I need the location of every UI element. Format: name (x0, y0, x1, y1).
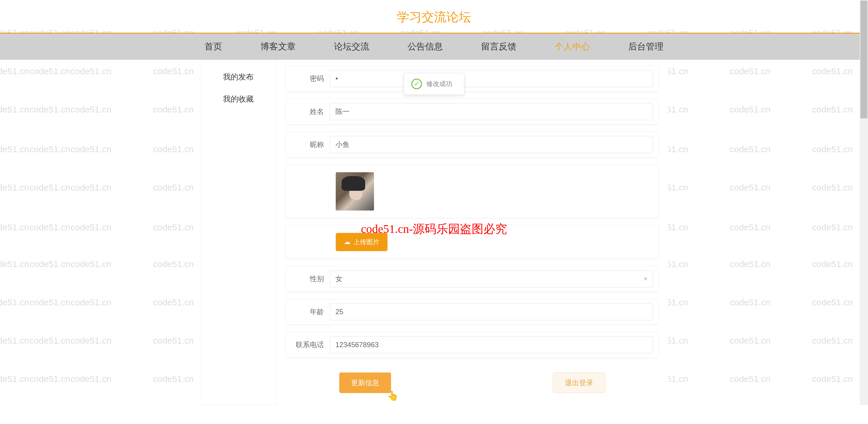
button-row: 更新信息 退出登录 (285, 367, 659, 399)
nav-forum[interactable]: 论坛交流 (334, 40, 369, 53)
avatar-image[interactable] (336, 172, 374, 210)
site-title: 学习交流论坛 (0, 9, 868, 25)
nav-feedback[interactable]: 留言反馈 (481, 40, 517, 53)
nav-bar: 首页 博客文章 论坛交流 公告信息 留言反馈 个人中心 后台管理 (0, 34, 868, 60)
nav-profile[interactable]: 个人中心 (555, 40, 590, 53)
label-nickname: 昵称 (291, 140, 330, 149)
select-gender[interactable] (330, 270, 653, 287)
form-row-age: 年龄 (285, 299, 659, 325)
success-toast: ✓ 修改成功 (404, 73, 464, 95)
input-nickname[interactable] (330, 136, 653, 153)
sidebar: 我的发布 我的收藏 (200, 60, 277, 405)
form-panel: 密码 姓名 昵称 上传图片 性别 ▾ 年 (277, 60, 668, 405)
toast-text: 修改成功 (426, 80, 452, 88)
sidebar-my-posts[interactable]: 我的发布 (200, 66, 276, 88)
form-row-name: 姓名 (285, 98, 659, 124)
nav-announcements[interactable]: 公告信息 (407, 40, 443, 53)
nav-blog[interactable]: 博客文章 (260, 40, 296, 53)
scrollbar-track[interactable] (860, 0, 868, 405)
upload-row: 上传图片 (285, 225, 659, 259)
main-area: 我的发布 我的收藏 密码 姓名 昵称 上传图片 性别 (0, 60, 868, 405)
input-password[interactable] (330, 70, 653, 87)
form-row-gender: 性别 ▾ (285, 266, 659, 292)
cloud-upload-icon (344, 238, 350, 246)
form-row-nickname: 昵称 (285, 132, 659, 158)
label-gender: 性别 (291, 274, 330, 284)
label-age: 年龄 (291, 307, 330, 316)
chevron-down-icon: ▾ (644, 275, 647, 282)
input-age[interactable] (330, 303, 653, 320)
label-phone: 联系电话 (291, 340, 330, 349)
avatar-row (285, 165, 659, 218)
input-phone[interactable] (330, 336, 653, 354)
scrollbar-thumb[interactable] (860, 1, 867, 118)
nav-admin[interactable]: 后台管理 (628, 40, 663, 53)
form-row-phone: 联系电话 (285, 332, 659, 358)
sidebar-my-favorites[interactable]: 我的收藏 (200, 88, 276, 110)
form-row-password: 密码 (285, 66, 659, 91)
select-gender-wrapper[interactable]: ▾ (330, 270, 653, 287)
nav-home[interactable]: 首页 (205, 40, 222, 53)
label-password: 密码 (291, 74, 330, 83)
update-button[interactable]: 更新信息 (339, 372, 391, 393)
upload-label: 上传图片 (353, 237, 379, 247)
header: 学习交流论坛 (0, 0, 868, 33)
check-icon: ✓ (411, 79, 422, 89)
label-name: 姓名 (291, 107, 330, 116)
logout-button[interactable]: 退出登录 (553, 372, 605, 393)
upload-button[interactable]: 上传图片 (336, 233, 388, 251)
input-name[interactable] (330, 103, 653, 120)
